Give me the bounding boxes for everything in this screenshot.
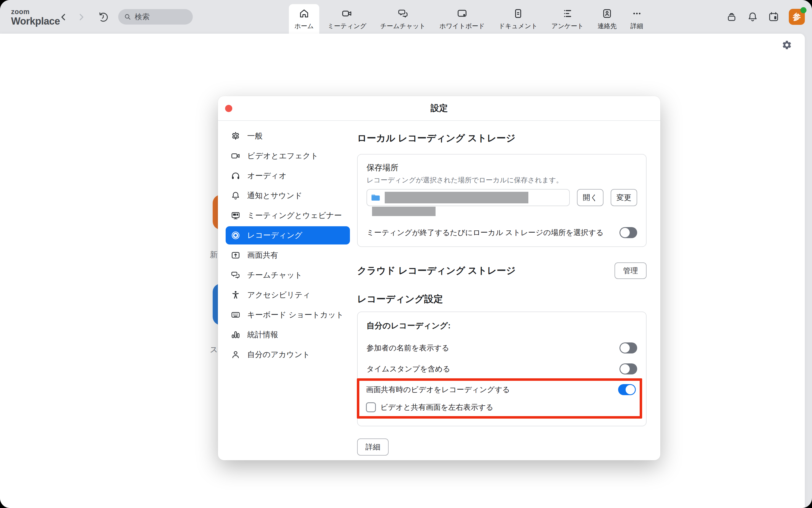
stats-icon (231, 330, 240, 340)
sidebar-item-keyboard-shortcuts[interactable]: キーボード ショートカット (226, 306, 350, 324)
sidebar-item-audio[interactable]: オーディオ (226, 167, 350, 185)
record-video-during-share-toggle[interactable] (618, 384, 636, 395)
logo-zoom: zoom (11, 8, 60, 15)
docs-icon (513, 8, 524, 19)
settings-dialog: 設定 一般 ビデオとエフェクト オーディオ (218, 96, 660, 460)
zoom-workplace-logo: zoom Workplace (11, 8, 60, 26)
tab-home[interactable]: ホーム (289, 4, 319, 34)
main-tab-bar: ホーム ミーティング チームチャット ホワイトボード (289, 0, 649, 34)
side-by-side-label: ビデオと共有画面を左右表示する (380, 402, 493, 412)
sidebar-item-accessibility[interactable]: アクセシビリティ (226, 286, 350, 304)
sidebar-item-label: チームチャット (247, 270, 302, 280)
save-location-label: 保存場所 (366, 162, 637, 173)
keyboard-icon (231, 310, 240, 320)
close-icon[interactable] (225, 105, 232, 112)
history-icon[interactable] (97, 11, 109, 23)
home-content-area: 新規 スケ 設定 一般 ビデオとエフェクト (0, 34, 805, 508)
cloud-recording-storage-heading: クラウド レコーディング ストレージ (357, 264, 516, 277)
local-storage-card: 保存場所 レコーディングが選択された場所でローカルに保存されます。 開く 変更 (357, 154, 647, 247)
sidebar-item-label: オーディオ (247, 171, 287, 181)
more-icon (631, 8, 643, 19)
team-chat-icon (397, 8, 409, 19)
tab-contacts[interactable]: 連絡先 (592, 4, 622, 34)
dialog-title-bar: 設定 (218, 96, 660, 121)
open-button[interactable]: 開く (577, 189, 604, 206)
local-recording-storage-heading: ローカル レコーディング ストレージ (357, 132, 647, 144)
sidebar-item-screen-share[interactable]: 画面共有 (226, 246, 350, 264)
tab-more[interactable]: 詳細 (625, 4, 649, 34)
settings-sidebar: 一般 ビデオとエフェクト オーディオ 通知とサウンド (226, 127, 350, 460)
avatar[interactable]: 参 (789, 9, 805, 25)
highlight-annotation-box: 画面共有時のビデオをレコーディングする ビデオと共有画面を左右表示する (357, 378, 642, 419)
folder-icon (371, 192, 381, 203)
sidebar-item-label: 通知とサウンド (247, 190, 302, 201)
sidebar-item-statistics[interactable]: 統計情報 (226, 326, 350, 344)
sidebar-item-label: ビデオとエフェクト (247, 151, 318, 161)
recording-settings-panel: ローカル レコーディング ストレージ 保存場所 レコーディングが選択された場所で… (350, 127, 647, 460)
logo-workplace: Workplace (11, 16, 60, 26)
recording-settings-heading: レコーディング設定 (357, 293, 647, 305)
record-video-during-share-label: 画面共有時のビデオをレコーディングする (366, 385, 510, 394)
accessibility-icon (231, 290, 240, 300)
gear-icon (231, 131, 240, 141)
back-icon[interactable] (59, 12, 69, 22)
rooms-icon[interactable] (726, 11, 737, 23)
surveys-icon (562, 8, 573, 19)
contacts-icon (602, 8, 613, 19)
sidebar-item-label: ミーティングとウェビナー (247, 210, 342, 221)
gear-icon[interactable] (782, 40, 792, 50)
meetings-icon (341, 8, 352, 19)
sidebar-item-notifications[interactable]: 通知とサウンド (226, 186, 350, 205)
sidebar-item-team-chat[interactable]: チームチャット (226, 266, 350, 284)
include-timestamp-toggle[interactable] (619, 364, 637, 374)
side-by-side-checkbox[interactable] (366, 402, 376, 412)
show-participant-names-toggle[interactable] (619, 342, 637, 353)
avatar-initial: 参 (793, 11, 801, 23)
share-screen-icon (231, 250, 240, 260)
sidebar-item-my-account[interactable]: 自分のアカウント (226, 345, 350, 364)
sidebar-item-meetings-webinars[interactable]: ミーティングとウェビナー (226, 206, 350, 225)
sidebar-item-recording[interactable]: レコーディング (226, 226, 350, 245)
video-icon (231, 151, 240, 161)
tab-surveys[interactable]: アンケート (546, 4, 589, 34)
my-recordings-label: 自分のレコーディング: (366, 321, 637, 331)
sidebar-item-label: 統計情報 (247, 330, 278, 340)
redacted-path (385, 192, 528, 203)
presence-dot (800, 7, 807, 13)
tab-team-chat[interactable]: チームチャット (375, 4, 431, 34)
person-icon (231, 350, 240, 359)
tab-docs[interactable]: ドキュメント (493, 4, 543, 34)
sidebar-item-label: レコーディング (247, 230, 302, 241)
sidebar-item-label: 一般 (247, 131, 263, 141)
sidebar-item-label: キーボード ショートカット (247, 309, 344, 320)
chat-icon (231, 270, 240, 280)
app-window: zoom Workplace 検索 (0, 0, 812, 508)
change-button[interactable]: 変更 (611, 189, 637, 206)
include-timestamp-label: タイムスタンプを含める (366, 364, 450, 374)
monitor-icon (231, 211, 240, 220)
sidebar-item-label: 画面共有 (247, 250, 278, 260)
forward-icon (76, 12, 86, 22)
advanced-button[interactable]: 詳細 (357, 438, 389, 456)
calendar-icon[interactable] (768, 11, 779, 23)
top-bar: zoom Workplace 検索 (0, 0, 812, 34)
top-right-icons: 参 (726, 0, 805, 34)
manage-button[interactable]: 管理 (615, 262, 647, 279)
record-icon (231, 230, 240, 240)
show-participant-names-label: 参加者の名前を表示する (366, 343, 449, 353)
notifications-bell-icon[interactable] (747, 11, 759, 23)
tab-whiteboard[interactable]: ホワイトボード (434, 4, 490, 34)
choose-location-label: ミーティングが終了するたびにローカル ストレージの場所を選択する (366, 228, 604, 238)
choose-location-toggle[interactable] (619, 227, 637, 238)
sidebar-item-general[interactable]: 一般 (226, 127, 350, 145)
bell-icon (231, 191, 240, 201)
search-input[interactable]: 検索 (118, 9, 193, 25)
sidebar-item-video[interactable]: ビデオとエフェクト (226, 147, 350, 165)
search-icon (124, 13, 131, 21)
redacted-path-overflow (372, 207, 435, 216)
recording-path-field[interactable] (366, 189, 570, 206)
sidebar-item-label: アクセシビリティ (247, 290, 310, 300)
sidebar-item-label: 自分のアカウント (247, 349, 310, 360)
tab-meetings[interactable]: ミーティング (322, 4, 372, 34)
dialog-title: 設定 (431, 102, 448, 114)
